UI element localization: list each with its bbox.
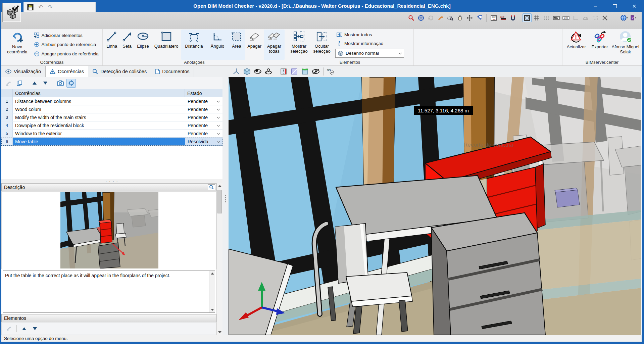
exportar-button[interactable]: Exportar (589, 30, 611, 60)
previous-view-icon[interactable] (475, 13, 484, 22)
linha-label: Linha (106, 44, 117, 49)
dxf-layers-icon[interactable]: DXF (499, 13, 508, 22)
capture-view-icon[interactable] (56, 79, 65, 88)
horizontal-splitter[interactable]: · · · · (1, 179, 222, 183)
description-scrollbar[interactable] (209, 271, 215, 312)
actualizar-label: Actualizar (567, 44, 586, 49)
orbit-icon[interactable] (253, 67, 262, 76)
description-zoom-button[interactable] (208, 184, 215, 190)
snap-magnet-icon[interactable] (508, 13, 517, 22)
adicionar-elementos-button[interactable]: Adicionar elementos (33, 32, 101, 39)
section-plane-icon[interactable] (279, 67, 288, 76)
zoom-icon[interactable] (407, 13, 416, 22)
move-up-button[interactable] (30, 79, 39, 88)
seta-label: Seta (122, 44, 132, 49)
online-globe-icon[interactable] (620, 13, 629, 22)
scroll-down-icon[interactable] (211, 309, 214, 311)
quadrilatero-button[interactable]: Quadrilátero (151, 30, 181, 60)
occurrence-snapshot (60, 192, 158, 268)
save-icon[interactable] (27, 4, 34, 10)
linha-button[interactable]: Linha (104, 30, 119, 60)
tab-documentos[interactable]: Documentos (151, 66, 194, 77)
occurrence-table: Ocorrências Estado 1 Distance between co… (1, 89, 222, 179)
help-book-icon[interactable]: ? (629, 13, 638, 22)
selection-region-icon[interactable] (591, 13, 600, 22)
tools-icon[interactable] (600, 13, 609, 22)
maximize-button[interactable] (605, 0, 625, 12)
apagar-todas-button[interactable]: Apagar todas (264, 30, 285, 60)
viewport-3d[interactable]: 11.527, 3.116, 4.268 m Recorte de ventan… (229, 77, 641, 335)
edit-view-icon[interactable] (436, 13, 445, 22)
vertical-splitter[interactable] (222, 77, 229, 335)
scroll-down-icon[interactable] (218, 331, 221, 333)
clipping-box-icon[interactable] (300, 67, 310, 76)
locate-target-icon[interactable] (66, 79, 76, 88)
elipse-button[interactable]: Elipse (135, 30, 151, 60)
actualizar-button[interactable]: Actualizar (564, 30, 589, 60)
ocultar-seleccao-button[interactable]: Ocultar selecção (310, 30, 333, 60)
axes-icon[interactable] (232, 67, 241, 76)
atribuir-ponto-button[interactable]: Atribuir ponto de referência (33, 41, 101, 48)
app-menu-button[interactable] (2, 3, 21, 22)
redraw-icon[interactable] (426, 13, 435, 22)
mostrar-informacao-button[interactable]: Mostrar informação (335, 40, 404, 47)
dxf-import-icon[interactable]: DXFDWG (489, 13, 498, 22)
description-textarea[interactable]: Put the table in the correct place as it… (3, 271, 215, 313)
keyboard-icon[interactable] (552, 13, 561, 22)
dimension-icon[interactable]: 1.00 (561, 13, 571, 22)
seta-button[interactable]: Seta (119, 30, 134, 60)
3d-settings-icon[interactable]: 3D (326, 67, 336, 76)
move-view-icon[interactable] (465, 13, 474, 22)
minimize-button[interactable]: – (586, 0, 605, 12)
element-down-button[interactable] (30, 324, 40, 333)
window-frame-icon[interactable] (523, 13, 532, 22)
hide-eye-icon[interactable] (311, 67, 320, 76)
distancia-button[interactable]: Distância (181, 30, 207, 60)
pan-hand-icon[interactable] (455, 13, 464, 22)
element-up-button[interactable] (19, 324, 29, 333)
view-toolbar: DXFDWG DXF 1.00 ? (1, 12, 642, 29)
table-row[interactable]: 4 Downpipe of the residential block Pend… (1, 121, 222, 130)
panel-scrollbar[interactable] (216, 183, 222, 335)
scroll-up-icon[interactable] (218, 185, 221, 187)
area-button[interactable]: Área (228, 30, 245, 60)
user-name-label: Afonso Miguel Solak (611, 44, 640, 54)
edit-element-icon[interactable] (4, 324, 14, 333)
chevron-down-icon (216, 107, 220, 110)
close-button[interactable]: × (625, 0, 644, 12)
section-diagonal-icon[interactable] (290, 67, 299, 76)
protractor-icon[interactable] (581, 13, 590, 22)
redo-icon[interactable]: ↷ (48, 4, 52, 11)
mostrar-seleccao-button[interactable]: Mostrar selecção (288, 30, 310, 60)
duplicate-occurrence-icon[interactable] (15, 79, 24, 88)
mostrar-todos-button[interactable]: Mostrar todos (335, 31, 404, 38)
zoom-window-icon[interactable] (446, 13, 455, 22)
tab-visualizacao[interactable]: Visualização (1, 66, 45, 77)
desenho-dropdown[interactable]: Desenho normal (335, 49, 404, 58)
ocultar-seleccao-label: Ocultar selecção (310, 44, 333, 54)
tab-ocorrencias[interactable]: Ocorrências (45, 66, 88, 77)
undo-icon[interactable]: ↶ (38, 4, 43, 11)
tab-deteccao-colisoes[interactable]: Detecção de colisões (88, 66, 151, 77)
apagar-label: Apagar (247, 44, 261, 49)
scrollbar-thumb[interactable] (217, 190, 222, 213)
table-row[interactable]: 5 Window to the exterior Pendente (1, 130, 222, 138)
ortho-icon[interactable] (571, 13, 580, 22)
scroll-up-icon[interactable] (211, 273, 214, 275)
table-row[interactable]: 1 Distance between columns Pendente (1, 97, 222, 105)
view-cube-icon[interactable] (242, 67, 252, 76)
apagar-pontos-button[interactable]: Apagar pontos de referência (33, 50, 101, 57)
user-account-button[interactable]: Afonso Miguel Solak (611, 30, 640, 60)
apagar-button[interactable]: Apagar (245, 30, 264, 60)
zoom-all-icon[interactable] (416, 13, 426, 22)
orbit-vertical-icon[interactable] (264, 67, 273, 76)
grid-icon[interactable] (532, 13, 541, 22)
snap-points-icon[interactable] (542, 13, 551, 22)
angulo-button[interactable]: Ângulo (207, 30, 228, 60)
nova-ocorrencia-button[interactable]: Nova ocorrência (3, 30, 32, 60)
move-down-button[interactable] (41, 79, 50, 88)
table-row[interactable]: 3 Modify the width of the main stairs Pe… (1, 113, 222, 121)
table-row-selected[interactable]: 6 Move table Resolvida (1, 138, 222, 146)
edit-occurrence-icon[interactable] (4, 79, 13, 88)
table-row[interactable]: 2 Wood colum Pendente (1, 105, 222, 113)
